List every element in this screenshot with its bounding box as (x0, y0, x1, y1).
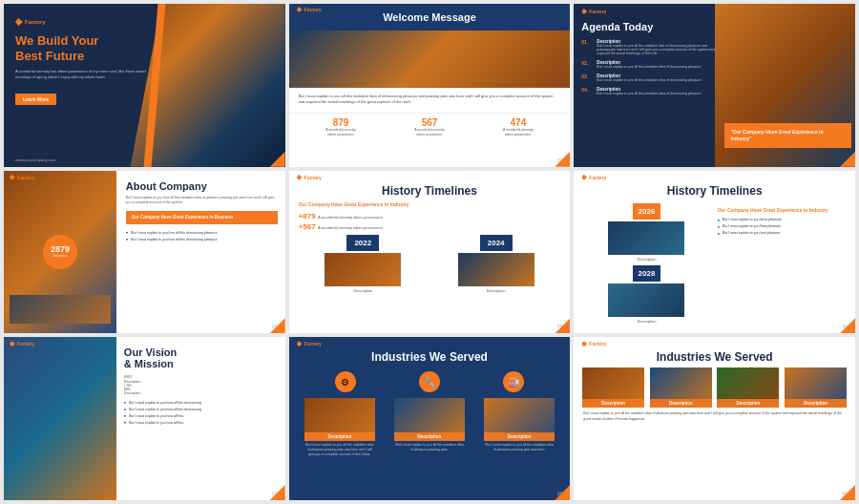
slide8-title: Industries We Served (289, 337, 571, 364)
slide9-item-3: Description (717, 368, 779, 408)
slide8-img-1: Description (304, 398, 375, 441)
slide7-title: Our Vision & Mission (124, 346, 278, 369)
slide9-logo: Factory (581, 341, 606, 346)
slide9-img-4: Description (785, 368, 847, 408)
slide1-learn-more-button[interactable]: Learn More (15, 94, 56, 105)
slide4-right-content: About Company But I must explain to you … (116, 171, 285, 334)
slide2-title: Welcome Message (299, 11, 561, 23)
slide3-agenda-item-2: 02. Description But I must explain to yo… (581, 60, 716, 69)
slide1-logo: Factory (15, 18, 150, 26)
slide5-title: History Timelines (289, 171, 571, 198)
slide3-quote: "Our Company Have Great Experience in In… (724, 123, 851, 148)
slide7-logo-icon (10, 341, 15, 346)
slide2-stat-1-num: 879 (322, 117, 360, 128)
slide4-quote: Our Company Have Great Experience in Bus… (126, 211, 278, 224)
slide3-agenda-item-1: 01. Description But I must explain to yo… (581, 39, 716, 55)
slide2-stat-2-label: A wonderful serenity taken possession (410, 128, 449, 137)
slide2-logo: Factory (297, 7, 322, 12)
slide8-item-3: Description But I must explain to you al… (484, 398, 555, 457)
slide8-logo-icon (297, 341, 303, 346)
slide1-content: Factory We Build Your Best Future A wond… (15, 18, 150, 105)
slide8-subtext-3: But I must explain to you all the mistak… (484, 443, 555, 452)
slide6-tl-item-2: 2028 Description (589, 265, 703, 324)
slide2-header-bar: Welcome Message (289, 4, 571, 31)
slide7-bullet-3: But I must explain to you how all this. (124, 413, 278, 418)
slide9-title: Industries We Served (574, 337, 855, 364)
slide2-image (289, 31, 571, 88)
slide2-body: But I must explain to you all this mista… (289, 88, 571, 111)
slide3-agenda-item-3: 03. Description But I must explain to yo… (581, 74, 716, 82)
slide2-stat-1: 879 A wonderful serenity taken possessio… (322, 117, 360, 137)
slide5-label-1: Description (353, 288, 372, 293)
slide2-stat-1-label: A wonderful serenity taken possession (322, 128, 360, 137)
slide8-caption-2: Description (394, 432, 465, 441)
slide6-title: History Timelines (574, 171, 855, 198)
slide7-bullet-1: But I must explain to you how all this d… (124, 400, 278, 405)
slide4-logo: Factory (10, 175, 34, 180)
slide5-logo: Factory (297, 175, 322, 180)
slide9-caption-4: Description (785, 399, 847, 408)
slide8-caption-1: Description (304, 432, 375, 441)
slide7-stat-3: 98% Description (124, 388, 278, 395)
slide4-circle-label: Description (52, 254, 67, 258)
slide2-stat-2: 567 A wonderful serenity taken possessio… (410, 117, 449, 137)
slide8-icon-1: ⚙ (335, 371, 356, 392)
slide5-timeline: 2022 Description 2024 Description (289, 235, 571, 293)
slide-9: Factory Industries We Served Description… (574, 337, 855, 500)
slide9-caption-1: Description (582, 399, 644, 408)
slide4-circle-num: 2879 (51, 245, 70, 254)
slide8-subtext-2: But I must explain to you all the mistak… (394, 443, 465, 452)
slide9-img-1: Description (582, 368, 644, 408)
slide9-item-4: Description (785, 368, 847, 408)
slide3-logo-icon (581, 9, 587, 14)
slide8-subtext-1: But I must explain to you all the mistak… (304, 443, 375, 457)
slide6-bullets: But I must explain to you three pleasure… (718, 218, 848, 236)
slide9-caption-3: Description (717, 399, 779, 408)
slide-2: Factory Welcome Message But I must expla… (289, 4, 571, 167)
slide6-bullet-3: But I must explain to you how pleasure (718, 231, 848, 236)
slide9-body: But I must explain to you all the mistak… (574, 411, 855, 422)
slide6-bullet-2: But I must explain to you Kate pleasure (718, 224, 848, 229)
slide3-logo: Factory (581, 9, 606, 14)
slide6-layout: 2026 Description 2028 Description Our Co… (574, 203, 855, 327)
slide2-stats: 879 A wonderful serenity taken possessio… (289, 113, 571, 141)
slide5-year-1: 2022 (346, 235, 379, 251)
slide1-website: www.yourcompany.com (15, 158, 55, 162)
slide9-item-1: Description (582, 368, 644, 408)
slide4-bullet-2: But I must explain to you how all this d… (126, 237, 278, 242)
slide8-item-2: Description But I must explain to you al… (394, 398, 465, 457)
slide9-img-2: Description (650, 368, 712, 408)
slide7-bullet-2: But I must explain to you how all this d… (124, 407, 278, 411)
slide8-img-row: Description But I must explain to you al… (289, 398, 571, 457)
slide9-caption-2: Description (650, 399, 712, 408)
slide-6: Factory History Timelines 2026 Descripti… (574, 171, 855, 334)
slide-1: Factory We Build Your Best Future A wond… (4, 4, 285, 167)
slide5-year-2: 2024 (480, 235, 513, 251)
slide6-year-2: 2028 (633, 265, 661, 282)
slide3-content: Agenda Today 01. Description But I must … (581, 21, 716, 100)
slide5-img-2 (458, 253, 534, 286)
slide2-stat-2-num: 567 (410, 117, 449, 128)
slide-7: Factory Our Vision & Mission 8963 Descri… (4, 337, 285, 500)
slide8-item-1: Description But I must explain to you al… (304, 398, 375, 457)
slide9-item-2: Description (650, 368, 712, 408)
slide4-bullet-1: But I must explain to you how all this d… (126, 230, 278, 235)
slide6-right: Our Company Have Great Experience in Ind… (718, 203, 848, 327)
slide5-quote: Our Company Have Great Experience in Ind… (289, 201, 571, 208)
slide6-label-2: Description (637, 319, 656, 324)
slide8-icon-2: 🔧 (419, 371, 440, 392)
slide7-logo: Factory (10, 341, 34, 346)
slide4-title: About Company (126, 180, 278, 192)
slide7-bullets: But I must explain to you how all this d… (124, 400, 278, 425)
slide7-bullet-4: But I must explain to you how all this. (124, 420, 278, 425)
slide4-image-detail (10, 295, 111, 324)
slide1-logo-icon (15, 18, 23, 26)
slide8-img-2: Description (394, 398, 465, 441)
slide5-stat-2: +567 A wonderful serenity taken possessi… (299, 222, 561, 231)
slide6-logo-icon (581, 175, 587, 180)
slide4-bullets: But I must explain to you how all this d… (126, 230, 278, 242)
slide8-img-3: Description (484, 398, 555, 441)
slide-3: Factory Agenda Today 01. Description But… (574, 4, 855, 167)
slide9-img-3: Description (717, 368, 779, 408)
slide5-tl-item-1: 2022 Description (325, 235, 401, 293)
